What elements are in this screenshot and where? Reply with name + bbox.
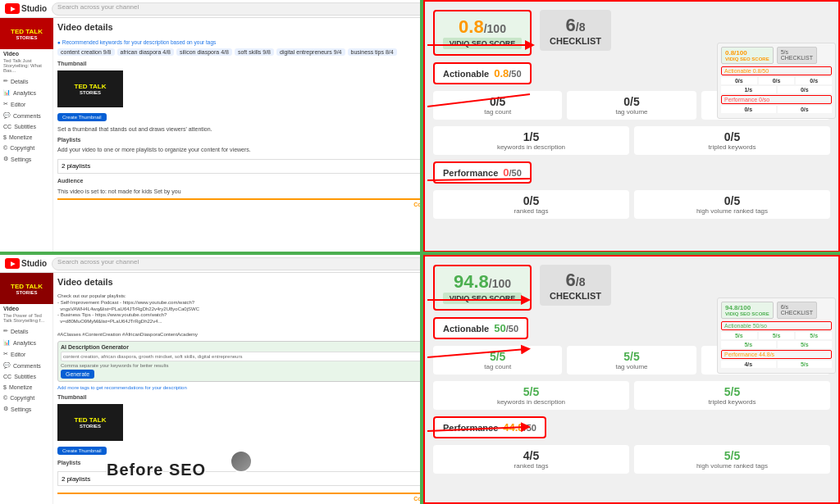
sidebar-item-details-after[interactable]: ✏Details (0, 325, 52, 337)
tag-2: silicon diaspora 4/8 (176, 48, 232, 56)
metric2-lbl-0: keywords in description (440, 143, 623, 151)
metric3-val-after-1: 5/5 (641, 449, 824, 462)
page-title-after: Video details (57, 277, 113, 287)
sidebar-video-label-after: Video (0, 304, 52, 313)
generate-btn-after[interactable]: Generate (61, 370, 94, 379)
tag-1: african diaspora 4/8 (117, 48, 174, 56)
vidiq-score-box-after: 94.8/100 VIDIQ SEO SCORE (433, 265, 532, 311)
sidebar-item-analytics[interactable]: 📊Analytics (0, 87, 52, 98)
create-thumbnail-btn-before[interactable]: Create Thumbnail (57, 113, 107, 121)
bottom-right-panel: 94.8/100 VIDIQ SEO SCORE 6/8 CHECKLIST A… (423, 255, 840, 504)
thumbnail-image-before: TED TALK STORIES (57, 70, 123, 107)
performance-score-before: 0/50 (503, 166, 522, 179)
checklist-label-after: CHECKLIST (550, 291, 601, 301)
sidebar-item-analytics-after[interactable]: 📊Analytics (0, 337, 52, 348)
widget-metrics2-after: 5/s 5/s (721, 341, 832, 348)
metrics2-after: 5/5 keywords in description 5/5 tripled … (433, 381, 830, 410)
sidebar-item-copyright-after[interactable]: ©Copyright (0, 393, 52, 403)
yt-icon-after (5, 258, 20, 269)
actionable-score-before: 0.8/50 (494, 67, 521, 79)
sidebar-item-comments[interactable]: 💬Comments (0, 110, 52, 121)
widget-checklist-before: 5/s CHECKLIST (777, 47, 817, 64)
widget-score-before: 0.8/100 VIDIQ SEO SCORE (721, 47, 774, 64)
metric-ranked-after: 4/5 ranked tags (433, 445, 629, 474)
yt-icon (5, 3, 20, 14)
vidiq-score-box-before: 0.8/100 VIDIQ SEO SCORE (433, 10, 532, 56)
widget-actionable-after: Actionable 50/so (721, 321, 832, 330)
metric3-lbl-0: ranked tags (440, 207, 623, 215)
metric2-val-after-0: 5/5 (440, 385, 623, 398)
avatar-before (230, 450, 253, 473)
sidebar-item-editor-after[interactable]: ✂Editor (0, 348, 52, 360)
sidebar-video-subtitle-after: The Power of Ted Talk Storytelling f... (0, 313, 52, 325)
metric2-val-0: 1/5 (440, 130, 623, 143)
checklist-label-before: CHECKLIST (550, 36, 601, 46)
actionable-label-after: Actionable (443, 324, 489, 334)
widget-performance-after: Performance 44.8/s (721, 350, 832, 359)
youtube-logo: Studio (5, 3, 47, 14)
sidebar-item-settings-after[interactable]: ⚙Settings (0, 403, 52, 415)
metric-tag-volume-after: 5/5 tag volume (567, 346, 696, 375)
sidebar-item-settings[interactable]: ⚙Settings (0, 153, 52, 165)
widget-perf-metrics-before: 0/s 0/s (721, 106, 832, 113)
tag-5: business tips 8/4 (348, 48, 397, 56)
metric2-val-after-1: 5/5 (641, 385, 824, 398)
sidebar-item-copyright[interactable]: ©Copyright (0, 143, 52, 153)
actionable-label-before: Actionable (443, 69, 489, 79)
widget-score-after: 94.8/100 VIDIQ SEO SCORE (721, 302, 774, 319)
tag-0: content creation 9/8 (57, 48, 115, 56)
create-thumbnail-btn-after[interactable]: Create Thumbnail (57, 447, 107, 455)
metric-val-0: 0/5 (440, 95, 555, 108)
vidiq-widget-before: 0.8/100 VIDIQ SEO SCORE 5/s CHECKLIST Ac… (717, 43, 836, 119)
score-label-before: VIDIQ SEO SCORE (443, 38, 522, 49)
widget-checklist-after: 6/s CHECKLIST (777, 302, 817, 319)
metric3-val-1: 0/5 (641, 194, 824, 207)
actionable-box-after: Actionable 50/50 (433, 317, 528, 339)
metric-lbl-after-0: tag count (440, 363, 555, 370)
sidebar-after: TED TALK STORIES 55:25 Video The Power o… (0, 273, 53, 504)
actionable-score-after: 50/50 (494, 322, 518, 334)
sidebar-video-label: Video (0, 49, 52, 58)
tag-4: digital entrepreneurs 9/4 (276, 48, 345, 56)
metric-tripled-after: 5/5 tripled keywords (634, 381, 830, 410)
top-right-panel: 0.8/100 VIDIQ SEO SCORE 6/8 CHECKLIST Ac… (423, 0, 840, 252)
tag-3: soft skills 9/8 (235, 48, 274, 56)
checklist-number-before: 6/8 (550, 15, 601, 36)
metric-tag-count-after: 5/5 tag count (433, 346, 562, 375)
sidebar-item-comments-after[interactable]: 💬Comments (0, 360, 52, 371)
sidebar-item-monetization[interactable]: $Monetize (0, 132, 52, 143)
widget-metrics-before: 0/s 0/s 0/s (721, 77, 832, 84)
sidebar-item-monetization-after[interactable]: $Monetize (0, 382, 52, 393)
metric-tripled-before: 0/5 tripled keywords (634, 126, 830, 155)
metrics3-after: 4/5 ranked tags 5/5 high volume ranked t… (433, 445, 830, 474)
metric2-val-1: 0/5 (641, 130, 824, 143)
widget-performance-before: Performance 0/so (721, 95, 832, 104)
metric2-lbl-after-0: keywords in description (440, 398, 623, 406)
score-number-before: 0.8/100 (443, 16, 522, 38)
performance-label-after: Performance (443, 423, 498, 433)
sidebar-item-subtitles-after[interactable]: CCSubtitles (0, 371, 52, 382)
actionable-box-before: Actionable 0.8/50 (433, 62, 532, 84)
metric-lbl-after-1: tag volume (573, 363, 689, 370)
sidebar-item-editor[interactable]: ✂Editor (0, 98, 52, 110)
sidebar-item-details[interactable]: ✏Details (0, 75, 52, 87)
thumbnail-label-after: Thumbnail (57, 393, 123, 402)
checklist-box-after: 6/8 CHECKLIST (540, 265, 611, 306)
vidiq-widget-after: 94.8/100 VIDIQ SEO SCORE 6/s CHECKLIST A… (717, 297, 836, 374)
sidebar-item-subtitles[interactable]: CCSubtitles (0, 121, 52, 132)
widget-metrics-after: 5/s 5/s 5/s (721, 332, 832, 339)
metric-lbl-1: tag volume (573, 108, 689, 116)
score-label-after: VIDIQ SEO SCORE (443, 293, 522, 304)
metric-tag-volume-before: 0/5 tag volume (567, 91, 696, 120)
performance-score-after: 44.8/50 (503, 421, 536, 434)
metric-kw-desc-before: 1/5 keywords in description (433, 126, 629, 155)
widget-actionable-before: Actionable 0.8/50 (721, 66, 832, 75)
score-number-after: 94.8/100 (443, 271, 522, 293)
yt-logo-after: Studio (5, 258, 47, 269)
metric-lbl-0: tag count (440, 108, 555, 116)
metric2-lbl-1: tripled keywords (641, 143, 824, 151)
checklist-box-before: 6/8 CHECKLIST (540, 10, 611, 51)
performance-label-before: Performance (443, 168, 498, 178)
sidebar-video-subtitle: Ted Talk Just Storytelling: What Bas... (0, 58, 52, 75)
metrics3-before: 0/5 ranked tags 0/5 high volume ranked t… (433, 190, 830, 219)
